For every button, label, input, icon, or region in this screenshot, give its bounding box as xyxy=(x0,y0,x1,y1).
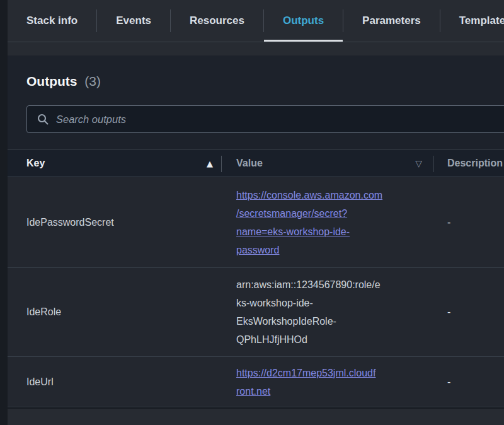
stack-detail-tabs: Stack info Events Resources Outputs Para… xyxy=(8,0,504,42)
column-header-description[interactable]: Description xyxy=(433,150,504,177)
column-header-key[interactable]: Key ▲ xyxy=(8,150,222,177)
output-description: - xyxy=(433,357,504,407)
tab-template[interactable]: Template xyxy=(440,0,504,42)
column-label: Description xyxy=(447,158,503,169)
output-value-cell: arn:aws:iam::1234567890:role/e ks-worksh… xyxy=(222,268,433,356)
active-tab-underline xyxy=(264,40,343,42)
outputs-title: Outputs xyxy=(26,74,77,88)
tab-label: Parameters xyxy=(362,15,421,27)
table-row: IdeRole arn:aws:iam::1234567890:role/e k… xyxy=(8,268,504,357)
tab-stack-info[interactable]: Stack info xyxy=(8,0,96,42)
outputs-count: (3) xyxy=(84,74,101,88)
tab-parameters[interactable]: Parameters xyxy=(343,0,440,42)
page-left-gutter xyxy=(0,0,8,425)
output-value-link[interactable]: https://d2cm17mep53jml.cloudf ront.net xyxy=(236,364,375,400)
tab-label: Stack info xyxy=(26,15,77,27)
tab-label: Events xyxy=(116,15,151,27)
sort-ascending-icon: ▲ xyxy=(207,159,213,168)
output-key: IdeRole xyxy=(8,268,222,356)
tab-label: Outputs xyxy=(283,15,324,27)
tab-label: Template xyxy=(459,15,504,27)
column-header-value[interactable]: Value ▽ xyxy=(222,150,433,177)
sort-descending-icon: ▽ xyxy=(415,158,422,168)
outputs-panel: Outputs (3) Key ▲ Value ▽ Description Id… xyxy=(8,55,504,409)
table-row: IdeUrl https://d2cm17mep53jml.cloudf ron… xyxy=(8,357,504,407)
tab-label: Resources xyxy=(190,15,244,27)
tab-events[interactable]: Events xyxy=(97,0,170,42)
column-label: Key xyxy=(26,158,45,169)
search-outputs-input[interactable] xyxy=(56,106,504,132)
output-value-link[interactable]: https://console.aws.amazon.com /secretsm… xyxy=(236,186,382,259)
output-description: - xyxy=(433,177,504,267)
tab-resources[interactable]: Resources xyxy=(171,0,263,42)
outputs-panel-header: Outputs (3) xyxy=(8,55,504,91)
output-value-cell: https://console.aws.amazon.com /secretsm… xyxy=(222,177,433,267)
output-key: IdePasswordSecret xyxy=(8,177,222,267)
output-value-cell: https://d2cm17mep53jml.cloudf ront.net xyxy=(222,357,433,407)
output-value-text: arn:aws:iam::1234567890:role/e ks-worksh… xyxy=(236,276,381,349)
output-key: IdeUrl xyxy=(8,357,222,407)
search-outputs-box[interactable] xyxy=(26,105,504,133)
outputs-table-header: Key ▲ Value ▽ Description xyxy=(8,149,504,177)
column-label: Value xyxy=(236,158,263,169)
search-icon xyxy=(37,114,49,125)
output-description: - xyxy=(433,268,504,356)
table-row: IdePasswordSecret https://console.aws.am… xyxy=(8,177,504,268)
tab-outputs[interactable]: Outputs xyxy=(264,0,343,42)
